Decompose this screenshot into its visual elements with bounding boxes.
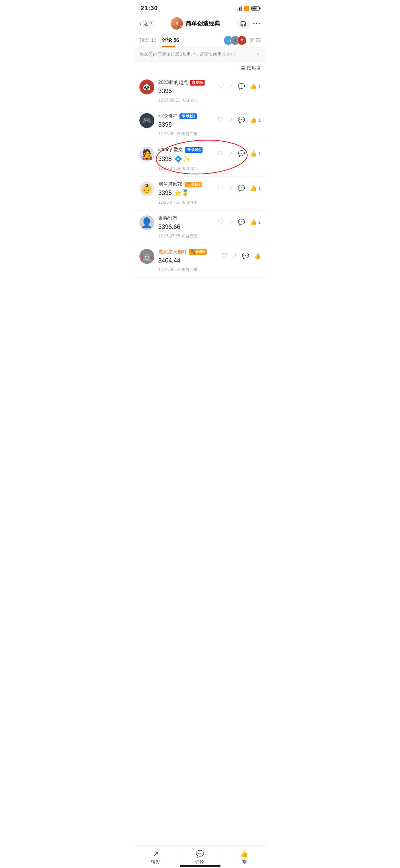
thumbs-up-icon: 👍 (250, 116, 257, 124)
comment-text: 3396.66 (158, 223, 218, 231)
like-count: 1 (258, 220, 261, 225)
comment-meta: 12-26 09:09 来自广东 (158, 131, 218, 137)
comment-text: 3398 (158, 121, 218, 129)
comment-item-candy: 🧑‍🎤 Candy 爱文 💎铁粉3 3398 💠✨ 12-26 07:59 来自… (134, 142, 266, 177)
listen-icon: 🎧 (240, 20, 247, 27)
like-count: 1 (258, 84, 261, 89)
comment-username: 谁强谁有 (158, 215, 177, 221)
share-icon[interactable]: ↗ (232, 252, 237, 259)
notice-banner: 你30天内已评论拉黑3名用户，请谨慎使用此功能 × (134, 47, 266, 62)
status-bar: 21:30 📶 (134, 0, 266, 15)
nav-center: 简 ✓ 简单创造经典 (171, 17, 220, 30)
share-icon[interactable]: ↗ (228, 219, 233, 226)
like-button[interactable]: 👍 1 (250, 116, 261, 124)
comment-text: 3395 (158, 87, 218, 95)
tab-bar: 转发 10 评论 56 🐲 👤 简 赞 78 (134, 34, 266, 47)
avatar[interactable]: 🎮 (139, 113, 154, 128)
avatar-3: 简 (237, 36, 247, 45)
like-button[interactable]: 👍 1 (250, 150, 261, 157)
comment-content: 谁强谁有 3396.66 12-26 07:25 来自福建 (158, 215, 218, 239)
comment-username: 幽兰晨风78 (158, 181, 183, 187)
report-icon[interactable]: 🛡 (218, 150, 224, 157)
tab-repost[interactable]: 转发 10 (139, 34, 162, 47)
like-count: 1 (258, 117, 261, 123)
comment-item: 👤 谁强谁有 3396.66 12-26 07:25 来自福建 🛡 ↗ 💬 👍 … (134, 211, 266, 244)
comment-text: 3395 ⭐🥇 (158, 189, 218, 197)
comment-username: 虎妞是只猫吖 (158, 249, 187, 255)
reply-icon[interactable]: 💬 (242, 252, 249, 259)
back-arrow-icon: ‹ (139, 20, 141, 27)
wifi-icon: 📶 (244, 6, 249, 11)
like-count: 1 (258, 151, 261, 156)
avatar[interactable]: 👶 (139, 181, 154, 196)
listen-button[interactable]: 🎧 (237, 18, 249, 29)
sort-bar: ☰ 按热度 (134, 62, 266, 75)
username-row: 小冷哥吖 💎铁粉2 (158, 113, 218, 119)
comment-actions: 🛡 ↗ 💬 👍 1 (218, 81, 261, 103)
comment-actions: 🛡 ↗ 💬 👍 1 (218, 217, 261, 239)
report-icon[interactable]: 🛡 (218, 185, 224, 192)
share-icon[interactable]: ↗ (228, 83, 233, 90)
username-row: 谁强谁有 (158, 215, 218, 221)
avatar[interactable]: 🧑‍🎤 (139, 147, 154, 162)
comment-item: 🤖 虎妞是只猫吖 🐾铁粉2 3404.44 12-26 06:52 来自山东 🛡… (134, 244, 266, 278)
thumbs-up-icon: 👍 (250, 185, 257, 192)
report-icon[interactable]: 🛡 (218, 83, 224, 90)
like-count: 1 (258, 186, 261, 191)
comment-actions: 🛡 ↗ 💬 👍 1 (218, 183, 261, 205)
comment-actions: 🛡 ↗ 💬 👍 (222, 250, 261, 273)
back-label: 返回 (143, 20, 154, 27)
reply-icon[interactable]: 💬 (238, 185, 245, 192)
more-button[interactable]: ··· (253, 20, 261, 28)
username-row: Candy 爱文 💎铁粉3 (158, 147, 218, 153)
fan-badge: 🥇金粉2 (185, 182, 202, 187)
share-icon[interactable]: ↗ (228, 116, 233, 124)
share-icon[interactable]: ↗ (228, 185, 233, 192)
username-row: 虎妞是只猫吖 🐾铁粉2 (158, 249, 222, 255)
reply-icon[interactable]: 💬 (238, 150, 245, 157)
sort-label: 按热度 (247, 65, 261, 71)
comment-content: 虎妞是只猫吖 🐾铁粉2 3404.44 12-26 06:52 来自山东 (158, 249, 222, 273)
username-row: 幽兰晨风78 🥇金粉2 (158, 181, 218, 187)
sort-icon: ☰ (241, 66, 245, 71)
reply-icon[interactable]: 💬 (238, 83, 245, 90)
reply-icon[interactable]: 💬 (238, 116, 245, 124)
fan-badge: 🐾铁粉2 (189, 249, 207, 255)
comment-item: 👶 幽兰晨风78 🥇金粉2 3395 ⭐🥇 12-26 07:01 来自河南 🛡… (134, 177, 266, 210)
avatar[interactable]: 👤 (139, 215, 154, 230)
avatar[interactable]: 🐼 (139, 79, 154, 94)
thumbs-up-icon: 👍 (250, 83, 257, 90)
comment-username: 小冷哥吖 (158, 113, 177, 119)
status-time: 21:30 (141, 5, 158, 12)
tab-comment[interactable]: 评论 56 (162, 34, 185, 47)
reply-icon[interactable]: 💬 (238, 219, 245, 226)
like-button[interactable]: 👍 1 (250, 219, 261, 226)
thumbs-up-icon: 👍 (250, 150, 257, 157)
channel-avatar[interactable]: 简 ✓ (171, 17, 183, 30)
comment-meta: 12-26 09:21 来自湖北 (158, 97, 218, 103)
comment-meta: 12-26 06:52 来自山东 (158, 267, 222, 273)
comment-content: 2023新的起点 真爱粉 3395 12-26 09:21 来自湖北 (158, 79, 218, 103)
like-button[interactable]: 👍 (254, 252, 261, 259)
report-icon[interactable]: 🛡 (222, 252, 228, 259)
comment-actions: 🛡 ↗ 💬 👍 1 (218, 148, 261, 171)
tab-avatars: 🐲 👤 简 赞 78 (224, 36, 261, 45)
comment-username: Candy 爱文 (158, 147, 183, 153)
comment-content: Candy 爱文 💎铁粉3 3398 💠✨ 12-26 07:59 来自河北 (158, 147, 218, 171)
share-icon[interactable]: ↗ (228, 150, 233, 157)
status-icons: 📶 (235, 6, 260, 11)
sort-button[interactable]: ☰ 按热度 (241, 65, 261, 71)
comment-text: 3404.44 (158, 256, 222, 265)
signal-icon (235, 6, 242, 11)
notice-text: 你30天内已评论拉黑3名用户，请谨慎使用此功能 (139, 51, 255, 57)
notice-close-button[interactable]: × (255, 51, 261, 57)
back-button[interactable]: ‹ 返回 (139, 20, 154, 27)
comment-text: 3398 💠✨ (158, 154, 218, 164)
like-button[interactable]: 👍 1 (250, 83, 261, 90)
comment-list: 🐼 2023新的起点 真爱粉 3395 12-26 09:21 来自湖北 🛡 ↗… (134, 75, 266, 278)
avatar[interactable]: 🤖 (139, 249, 154, 264)
report-icon[interactable]: 🛡 (218, 219, 224, 225)
comment-meta: 12-26 07:59 来自河北 (158, 166, 218, 171)
report-icon[interactable]: 🛡 (218, 116, 224, 123)
like-button[interactable]: 👍 1 (250, 185, 261, 192)
